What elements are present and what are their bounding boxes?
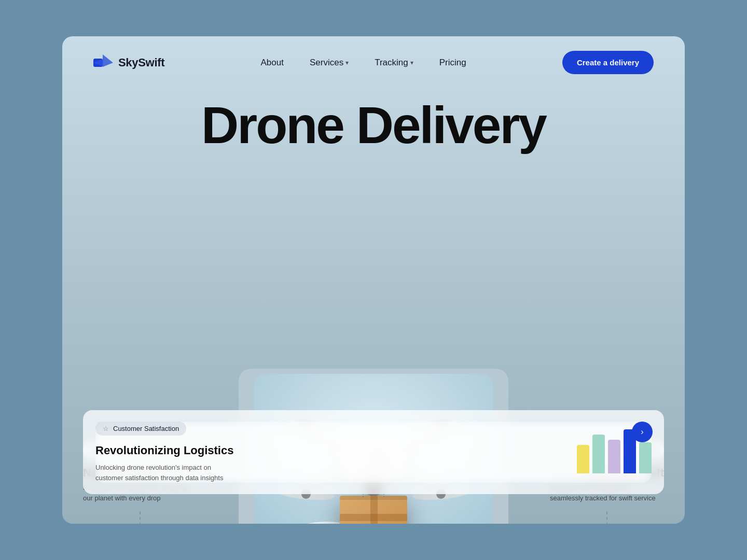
chart-bar-2 [592,435,605,473]
page-wrapper: SkySwift About Services ▾ Tracking ▾ Pri… [62,36,685,524]
satisfaction-card: ☆ Customer Satisfaction Revolutionizing … [83,410,664,494]
svg-rect-35 [370,496,378,524]
logo-icon [93,54,113,71]
create-delivery-button[interactable]: Create a delivery [562,51,654,74]
bottom-cards-row: ☆ Customer Satisfaction Revolutionizing … [83,410,664,494]
nav-link-pricing[interactable]: Pricing [439,58,466,68]
hero-title: Drone Delivery [62,89,685,151]
star-icon: ☆ [103,425,109,432]
chart-bar-3 [608,440,620,473]
nav-item-about[interactable]: About [261,58,284,68]
satisfaction-tag: ☆ Customer Satisfaction [95,422,186,436]
dashed-line-right [606,511,607,524]
chart-bar-5 [639,442,652,473]
svg-marker-1 [103,54,113,67]
logo-text: SkySwift [118,56,164,69]
dashed-line-left [140,511,141,524]
chevron-down-icon: ▾ [410,59,413,66]
satisfaction-title: Revolutionizing Logistics [95,444,566,457]
nav-links: About Services ▾ Tracking ▾ Pricing [261,58,466,68]
logo[interactable]: SkySwift [93,54,164,71]
satisfaction-desc: Unlocking drone revolution's impact on c… [95,463,230,483]
main-area: 🌍 EcoVibe Nature Wings Seamless eco-deli… [62,410,685,515]
nav-link-about[interactable]: About [261,58,284,68]
nav-item-services[interactable]: Services ▾ [310,58,349,68]
chart-bar-1 [577,445,589,473]
navbar: SkySwift About Services ▾ Tracking ▾ Pri… [62,36,685,89]
next-arrow-button[interactable]: › [632,422,653,442]
nav-item-tracking[interactable]: Tracking ▾ [375,58,413,68]
chevron-down-icon: ▾ [345,59,349,66]
nav-link-tracking[interactable]: Tracking ▾ [375,58,413,68]
svg-rect-36 [340,496,407,500]
nav-item-pricing[interactable]: Pricing [439,58,466,68]
nav-link-services[interactable]: Services ▾ [310,58,349,68]
